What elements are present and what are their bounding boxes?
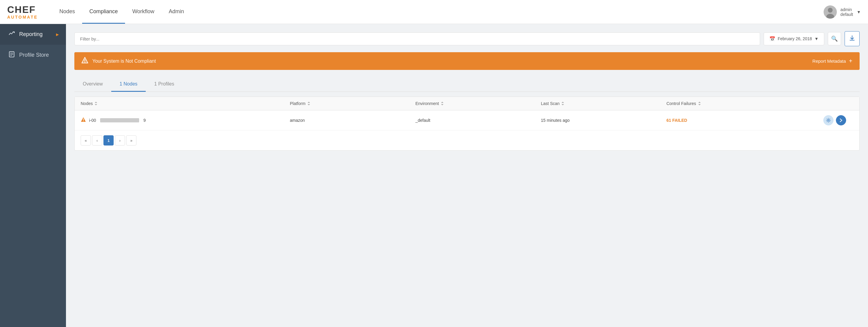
col-platform[interactable]: Platform: [290, 101, 415, 106]
user-dropdown-icon[interactable]: ▼: [857, 9, 861, 14]
sort-lastscan-icon[interactable]: [561, 101, 564, 106]
sort-environment-icon[interactable]: [441, 101, 444, 106]
app-layout: Reporting ▶ Profile Store 📅 F: [0, 24, 868, 327]
user-menu[interactable]: admin default ▼: [824, 5, 861, 19]
date-chevron-icon: ▼: [814, 36, 818, 41]
sidebar-profile-store-label: Profile Store: [19, 52, 49, 58]
page-next-button[interactable]: ›: [115, 135, 125, 146]
sidebar-item-reporting[interactable]: Reporting ▶: [0, 24, 66, 45]
sidebar-reporting-arrow: ▶: [56, 32, 59, 37]
sort-platform-icon[interactable]: [307, 101, 310, 106]
svg-point-1: [828, 8, 833, 12]
svg-point-11: [828, 120, 829, 121]
failure-count: 61 FAILED: [666, 118, 687, 123]
main-content: 📅 February 26, 2018 ▼ 🔍: [66, 24, 868, 327]
nav-admin[interactable]: Admin: [162, 0, 191, 24]
banner-warning-icon: [82, 57, 88, 65]
page-first-button[interactable]: «: [81, 135, 91, 146]
report-metadata-label: Report Metadata: [812, 59, 846, 64]
download-icon: [849, 35, 855, 42]
node-cell: i-00 9: [81, 117, 290, 124]
sidebar-reporting-label: Reporting: [19, 31, 42, 37]
node-last-scan: 15 minutes ago: [541, 118, 666, 123]
filter-input[interactable]: [74, 32, 760, 45]
top-nav: CHEF AUTOMATE Nodes Compliance Workflow …: [0, 0, 868, 24]
col-environment[interactable]: Environment: [415, 101, 541, 106]
page-prev-button[interactable]: ‹: [92, 135, 102, 146]
node-navigate-button[interactable]: [836, 115, 846, 125]
table-header: Nodes Platform: [75, 97, 859, 110]
node-environment: _default: [415, 118, 541, 123]
banner-text: Your System is Not Compliant: [92, 59, 156, 64]
nodes-table: Nodes Platform: [74, 97, 860, 151]
search-button[interactable]: 🔍: [828, 32, 841, 45]
user-name: admin: [840, 7, 853, 12]
tab-nodes[interactable]: 1 Nodes: [111, 77, 146, 92]
page-1-button[interactable]: 1: [103, 135, 114, 146]
filter-bar: 📅 February 26, 2018 ▼ 🔍: [74, 31, 860, 46]
calendar-icon: 📅: [769, 36, 775, 42]
date-picker-button[interactable]: 📅 February 26, 2018 ▼: [764, 32, 824, 45]
user-role: default: [840, 12, 853, 17]
node-failures: 61 FAILED: [666, 118, 823, 123]
compliance-banner: Your System is Not Compliant Report Meta…: [74, 52, 860, 70]
download-button[interactable]: [845, 31, 860, 46]
date-label: February 26, 2018: [778, 36, 812, 41]
svg-point-10: [83, 121, 84, 121]
profile-store-icon: [8, 51, 15, 59]
row-actions: [823, 115, 853, 125]
col-actions: [823, 101, 853, 106]
tabs-row: Overview 1 Nodes 1 Profiles: [74, 77, 860, 92]
table-row: i-00 9 amazon _default 15 minutes ago 61…: [75, 110, 859, 130]
node-platform: amazon: [290, 118, 415, 123]
col-control-failures[interactable]: Control Failures: [666, 101, 823, 106]
filter-input-wrapper: [74, 32, 760, 45]
sort-nodes-icon[interactable]: [94, 101, 97, 106]
reporting-icon: [8, 31, 15, 38]
nav-compliance[interactable]: Compliance: [82, 0, 125, 24]
sort-failures-icon[interactable]: [698, 101, 701, 106]
logo-automate: AUTOMATE: [7, 15, 38, 19]
col-nodes[interactable]: Nodes: [81, 101, 290, 106]
search-icon: 🔍: [831, 35, 838, 42]
node-warning-icon: [81, 117, 86, 124]
report-metadata-button[interactable]: Report Metadata +: [812, 58, 852, 64]
sidebar-item-profile-store[interactable]: Profile Store: [0, 45, 66, 65]
node-name-redacted: [100, 118, 139, 122]
logo-chef: CHEF: [7, 5, 38, 14]
svg-point-8: [85, 62, 85, 62]
user-info: admin default: [840, 7, 853, 17]
pagination: « ‹ 1 › »: [75, 130, 859, 150]
col-last-scan[interactable]: Last Scan: [541, 101, 666, 106]
nav-workflow[interactable]: Workflow: [125, 0, 162, 24]
page-last-button[interactable]: »: [126, 135, 136, 146]
avatar: [824, 5, 837, 19]
nav-nodes[interactable]: Nodes: [52, 0, 82, 24]
node-settings-button[interactable]: [823, 115, 834, 125]
node-name-prefix: i-00: [89, 118, 96, 123]
node-name-suffix: 9: [143, 118, 146, 123]
banner-plus-icon: +: [849, 58, 852, 64]
tab-overview[interactable]: Overview: [74, 77, 111, 92]
nav-links: Nodes Compliance Workflow Admin: [52, 0, 191, 24]
sidebar: Reporting ▶ Profile Store: [0, 24, 66, 327]
tab-profiles[interactable]: 1 Profiles: [146, 77, 183, 92]
logo: CHEF AUTOMATE: [7, 5, 38, 19]
